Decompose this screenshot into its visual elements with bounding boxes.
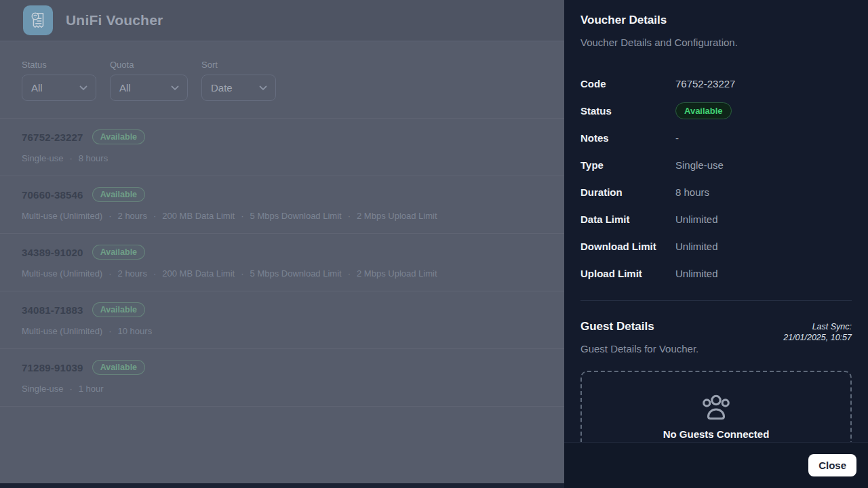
voucher-meta-item: Multi-use (Unlimited) [22, 211, 102, 222]
detail-field-row: Upload Limit Unlimited [580, 260, 852, 287]
last-sync-value: 21/01/2025, 10:57 [783, 332, 852, 343]
detail-field-value: - [675, 132, 679, 144]
voucher-meta-item: 200 MB Data Limit [162, 268, 235, 279]
voucher-meta-item: 200 MB Data Limit [162, 211, 235, 222]
detail-field-row: Code 76752-23227 [580, 70, 852, 97]
voucher-meta-item: 5 Mbps Download Limit [250, 268, 342, 279]
detail-field-row: Type Single-use [580, 151, 852, 178]
voucher-status-badge: Available [92, 302, 145, 317]
detail-field-label: Data Limit [580, 214, 675, 225]
dot-separator: · [241, 211, 243, 222]
detail-field-value: Unlimited [675, 214, 718, 225]
detail-field-label: Status [580, 105, 675, 117]
voucher-meta-item: Multi-use (Unlimited) [22, 326, 102, 337]
voucher-code: 34389-91020 [22, 247, 83, 258]
sort-select[interactable]: Date [201, 75, 276, 101]
detail-field-label: Download Limit [580, 241, 675, 252]
voucher-meta-item: Multi-use (Unlimited) [22, 268, 102, 279]
detail-field-row: Download Limit Unlimited [580, 232, 852, 260]
dot-separator: · [108, 211, 111, 222]
voucher-receipt-icon [28, 10, 48, 30]
filter-quota: Quota All [110, 60, 188, 101]
voucher-code: 34081-71883 [22, 304, 83, 316]
last-sync-label: Last Sync: [783, 321, 852, 332]
detail-field-label: Duration [580, 186, 675, 198]
quota-select-value: All [119, 82, 131, 94]
detail-field-value: Single-use [675, 159, 724, 171]
voucher-details-drawer: Voucher Details Voucher Details and Conf… [564, 0, 868, 488]
dot-separator: · [108, 268, 111, 279]
detail-field-value: Unlimited [675, 241, 718, 252]
detail-field-value: 8 hours [675, 186, 709, 198]
dot-separator: · [348, 211, 351, 222]
voucher-status-badge: Available [92, 245, 145, 260]
detail-field-value: 76752-23227 [675, 78, 735, 89]
voucher-meta-item: 5 Mbps Download Limit [250, 211, 342, 222]
status-select[interactable]: All [22, 75, 96, 101]
voucher-status-badge: Available [92, 129, 145, 144]
dot-separator: · [108, 326, 111, 337]
voucher-meta-item: Single-use [22, 153, 63, 164]
detail-field-row: Status Available [580, 97, 852, 124]
voucher-meta-item: 10 hours [118, 326, 153, 337]
sort-select-value: Date [211, 82, 233, 94]
voucher-code: 76752-23227 [22, 131, 83, 143]
drawer-title: Voucher Details [580, 14, 852, 27]
voucher-code: 70660-38546 [22, 189, 83, 201]
filter-status: Status All [22, 60, 96, 101]
page-title: UniFi Voucher [66, 12, 163, 28]
dot-separator: · [348, 268, 351, 279]
detail-field-label: Upload Limit [580, 268, 675, 279]
drawer-footer: Close [564, 442, 868, 488]
drawer-subtitle: Voucher Details and Configuration. [580, 37, 852, 48]
voucher-status-badge: Available [92, 187, 145, 202]
chevron-down-icon [79, 85, 87, 91]
dot-separator: · [153, 211, 156, 222]
close-button[interactable]: Close [808, 454, 856, 476]
voucher-meta-item: 2 Mbps Upload Limit [357, 211, 437, 222]
filter-sort: Sort Date [201, 60, 276, 101]
detail-field-label: Notes [580, 132, 675, 144]
voucher-meta-item: 1 hour [79, 384, 104, 394]
detail-field-row: Notes - [580, 124, 852, 151]
detail-field-label: Code [580, 78, 675, 89]
voucher-meta-item: 2 Mbps Upload Limit [357, 268, 437, 279]
dot-separator: · [153, 268, 156, 279]
dot-separator: · [69, 384, 72, 394]
no-guests-text: No Guests Connected [663, 428, 770, 440]
quota-filter-label: Quota [110, 60, 188, 69]
guest-details-title: Guest Details [580, 320, 698, 333]
chevron-down-icon [259, 85, 267, 91]
drawer-body: Voucher Details Voucher Details and Conf… [564, 0, 868, 442]
last-sync: Last Sync: 21/01/2025, 10:57 [783, 320, 852, 343]
voucher-meta-item: Single-use [22, 384, 63, 394]
dot-separator: · [241, 268, 243, 279]
no-guests-box: No Guests Connected [580, 371, 852, 442]
quota-select[interactable]: All [110, 75, 188, 101]
voucher-meta-item: 2 hours [118, 211, 147, 222]
voucher-status-badge: Available [92, 360, 145, 375]
detail-field-row: Data Limit Unlimited [580, 205, 852, 232]
app-logo [23, 5, 53, 35]
voucher-fields: Code 76752-23227 Status Available Notes … [580, 70, 852, 287]
users-icon [701, 394, 732, 422]
detail-field-value: Unlimited [675, 268, 718, 279]
status-select-value: All [31, 82, 43, 94]
sort-filter-label: Sort [201, 60, 276, 69]
chevron-down-icon [171, 85, 179, 91]
section-divider [580, 300, 852, 301]
status-badge: Available [675, 102, 732, 119]
voucher-meta-item: 2 hours [118, 268, 147, 279]
dot-separator: · [69, 153, 72, 164]
status-filter-label: Status [22, 60, 96, 69]
guest-details-subtitle: Guest Details for Voucher. [580, 343, 698, 354]
guest-details-header: Guest Details Guest Details for Voucher.… [580, 320, 852, 354]
detail-field-row: Duration 8 hours [580, 178, 852, 205]
voucher-code: 71289-91039 [22, 362, 83, 373]
voucher-meta-item: 8 hours [79, 153, 108, 164]
detail-field-label: Type [580, 159, 675, 171]
